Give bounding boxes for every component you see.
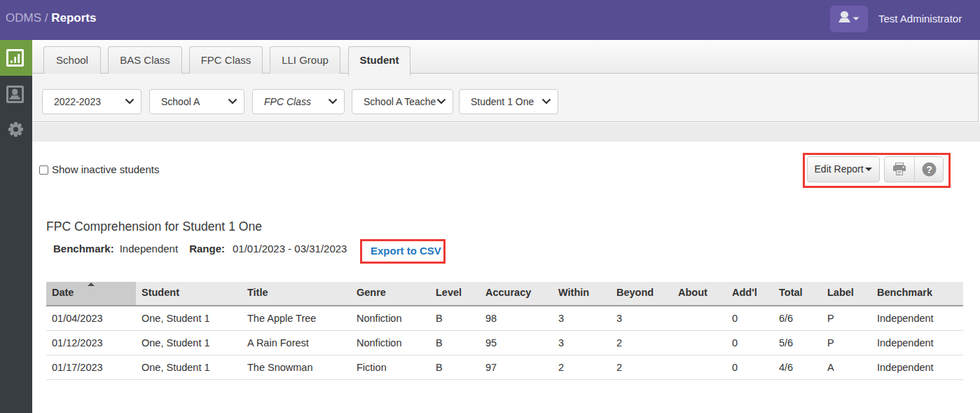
svg-text:?: ? — [926, 164, 932, 175]
